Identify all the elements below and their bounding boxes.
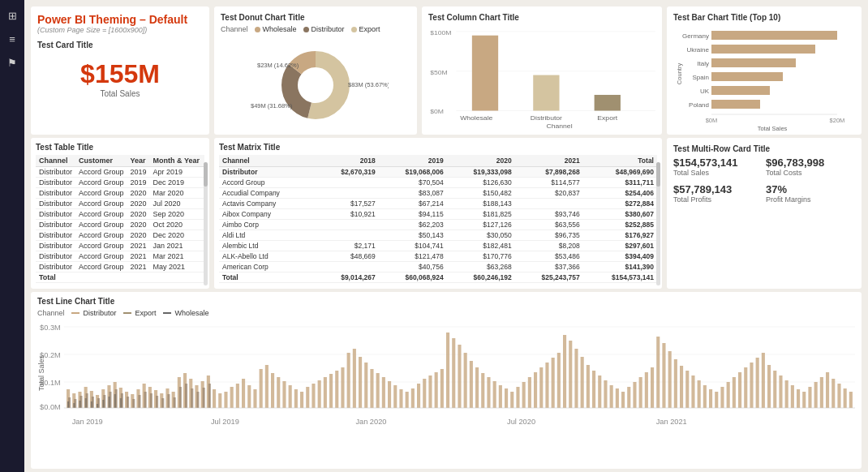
matrix-col-2018: 2018 (316, 155, 379, 167)
column-chart-title: Test Column Chart Title (428, 13, 655, 22)
country-poland: Poland (689, 101, 709, 109)
matrix-header-row: Channel 2018 2019 2020 2021 Total (219, 155, 657, 167)
matrix-cell: $121,478 (379, 251, 447, 262)
table-total-cell (75, 272, 127, 283)
svg-rect-79 (481, 373, 484, 408)
table-row: DistributorAccord Group2021May 2021$75,3… (36, 262, 204, 272)
line-legend-wholesale: Wholesale (163, 309, 209, 317)
svg-rect-153 (127, 397, 129, 408)
matrix-scrollbar-thumb[interactable] (656, 162, 660, 187)
matrix-cell: $182,481 (447, 241, 515, 251)
svg-rect-73 (446, 333, 449, 408)
svg-rect-92 (557, 353, 561, 408)
matrix-cell: Accord Group (219, 178, 316, 188)
svg-rect-108 (651, 367, 654, 408)
matrix-scrollbar-track[interactable] (656, 162, 660, 285)
svg-rect-169 (73, 403, 75, 408)
matrix-scroll-area[interactable]: Channel 2018 2019 2020 2021 Total Distri… (219, 155, 657, 283)
matrix-cell: $94,115 (379, 209, 447, 220)
powerbi-title: Power BI Theming – Default (37, 13, 203, 26)
svg-rect-126 (756, 358, 759, 408)
sidebar-icon-flag[interactable]: ⚑ (7, 57, 17, 69)
matrix-cell: $126,630 (447, 178, 515, 188)
svg-rect-59 (364, 363, 367, 408)
legend-dot-distributor (303, 27, 309, 32)
x-label-export: Export (597, 115, 618, 122)
matrix-col-total: Total (583, 155, 657, 167)
table-cell: Distributor (36, 199, 75, 209)
table-scrollbar-track[interactable] (204, 162, 208, 285)
svg-rect-176 (114, 394, 116, 408)
svg-rect-48 (300, 392, 303, 408)
svg-rect-158 (156, 396, 158, 408)
svg-rect-122 (733, 377, 736, 408)
table-total-cell (150, 272, 203, 283)
table-cell: Accord Group (75, 262, 127, 272)
svg-rect-50 (312, 384, 315, 408)
svg-rect-72 (440, 369, 444, 408)
matrix-cell: $297,601 (583, 241, 657, 251)
multirow-item-value: $96,783,998 (766, 157, 855, 169)
matrix-distributor-row: Distributor$2,670,319$19,068,006$19,333,… (219, 167, 657, 178)
table-row: DistributorAccord Group2020Sep 2020$57,6… (36, 209, 204, 220)
line-legend-export: Export (123, 309, 157, 317)
svg-rect-141 (844, 388, 847, 408)
matrix-row: Accord Group$70,504$126,630$114,577$311,… (219, 178, 657, 188)
svg-rect-174 (102, 400, 104, 408)
matrix-cell: $30,050 (447, 230, 515, 241)
legend-wholesale: Wholesale (255, 25, 297, 33)
matrix-col-2021: 2021 (515, 155, 583, 167)
svg-rect-100 (604, 380, 607, 408)
matrix-cell: $380,607 (583, 209, 657, 220)
table-scrollbar-thumb[interactable] (204, 162, 208, 187)
matrix-total-cell: $60,068,924 (379, 272, 447, 283)
donut-chart-panel: Test Donut Chart Title Channel Wholesale… (214, 6, 417, 135)
svg-rect-90 (545, 363, 548, 408)
table-cell: Mar 2021 (150, 251, 203, 262)
matrix-row: Actavis Company$17,527$67,214$188,143$27… (219, 199, 657, 209)
svg-rect-39 (247, 385, 251, 408)
matrix-cell: $311,711 (583, 178, 657, 188)
multirow-item-label: Profit Margins (766, 195, 855, 204)
svg-rect-65 (399, 389, 402, 408)
svg-rect-167 (208, 384, 211, 408)
matrix-cell: $67,214 (379, 199, 447, 209)
svg-rect-113 (680, 366, 683, 408)
table-cell: 2020 (127, 188, 150, 199)
table-row: DistributorAccord Group2020Mar 2020$19,1… (36, 188, 204, 199)
svg-rect-49 (306, 387, 309, 408)
svg-rect-36 (230, 387, 234, 408)
svg-rect-96 (581, 357, 584, 408)
svg-rect-70 (428, 375, 432, 408)
y-axis-label: Total Sales (37, 355, 45, 391)
svg-rect-129 (773, 371, 776, 408)
table-cell: 2019 (127, 167, 150, 178)
matrix-row: Alembic Ltd$2,171$104,741$182,481$8,208$… (219, 241, 657, 251)
matrix-cell: $93,746 (515, 209, 583, 220)
svg-rect-76 (464, 353, 467, 408)
matrix-cell: $19,333,098 (447, 167, 515, 178)
svg-rect-164 (191, 388, 193, 408)
sidebar-icon-layers[interactable]: ≡ (9, 33, 15, 45)
multirow-title: Test Multi-Row Card Title (673, 144, 855, 153)
legend-distributor: Distributor (303, 25, 345, 33)
matrix-row: Accudial Company$83,087$150,482$20,837$2… (219, 188, 657, 199)
sidebar-icon-grid[interactable]: ⊞ (8, 10, 17, 22)
table-scroll-area[interactable]: Channel Customer Year Month & Year Total… (36, 155, 204, 283)
svg-rect-67 (411, 388, 415, 408)
x-tick-jan2021: Jan 2021 (656, 418, 687, 426)
svg-rect-68 (417, 384, 420, 408)
svg-rect-57 (353, 349, 356, 408)
svg-rect-103 (621, 392, 625, 408)
matrix-cell: $394,409 (583, 251, 657, 262)
svg-rect-155 (138, 395, 140, 408)
svg-rect-133 (797, 389, 800, 408)
multirow-item: $96,783,998 Total Costs (766, 157, 855, 177)
svg-rect-33 (213, 389, 216, 408)
matrix-cell: $83,087 (379, 188, 447, 199)
matrix-cell: $2,670,319 (316, 167, 379, 178)
table-cell: Distributor (36, 220, 75, 230)
line-label-export: Export (135, 309, 157, 317)
svg-rect-161 (174, 397, 176, 408)
svg-rect-34 (218, 393, 221, 408)
